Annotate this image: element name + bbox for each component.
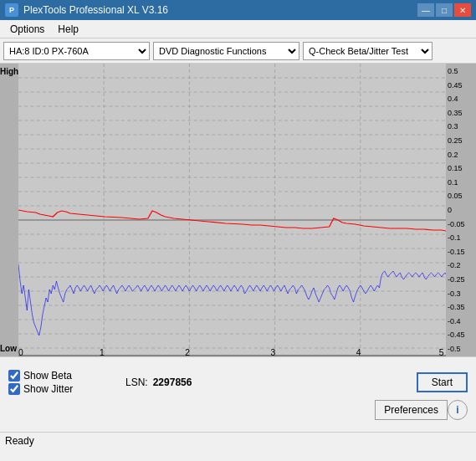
status-text: Ready [5, 435, 34, 447]
bottom-row: Show Beta Show Jitter LSN: 2297856 Start [8, 370, 468, 395]
svg-text:0: 0 [18, 348, 23, 356]
show-jitter-checkbox[interactable] [8, 383, 20, 395]
chart-low-label: Low [0, 344, 18, 353]
svg-text:1: 1 [100, 348, 105, 356]
maximize-button[interactable]: □ [436, 3, 453, 17]
svg-text:3: 3 [270, 348, 275, 356]
title-bar-left: P PlexTools Professional XL V3.16 [5, 3, 168, 17]
test-select[interactable]: Q-Check Beta/Jitter Test [303, 42, 432, 60]
bottom-panel: Show Beta Show Jitter LSN: 2297856 Start… [0, 356, 476, 432]
function-select[interactable]: DVD Diagnostic Functions [153, 42, 299, 60]
lsn-value: 2297856 [153, 376, 192, 388]
status-bar: Ready [0, 432, 476, 448]
show-beta-row: Show Beta [8, 370, 109, 382]
show-beta-label[interactable]: Show Beta [23, 370, 72, 382]
lsn-area: LSN: 2297856 [125, 376, 192, 388]
drive-select[interactable]: HA:8 ID:0 PX-760A [3, 42, 150, 60]
chart-left-axis: High Low [0, 64, 18, 356]
bottom-row-2: Preferences i [8, 400, 468, 420]
right-buttons: Start [417, 372, 468, 392]
title-bar: P PlexTools Professional XL V3.16 — □ ✕ [0, 0, 476, 20]
app-icon: P [5, 3, 18, 17]
svg-rect-0 [18, 64, 446, 356]
menu-bar: Options Help [0, 20, 476, 38]
lsn-label: LSN: [125, 376, 148, 388]
chart-svg: 0 1 2 3 4 5 [18, 64, 446, 356]
chart-high-label: High [0, 67, 18, 76]
chart-plot-area: 0 1 2 3 4 5 [18, 64, 446, 356]
preferences-button[interactable]: Preferences [375, 400, 448, 420]
svg-text:2: 2 [185, 348, 190, 356]
show-jitter-row: Show Jitter [8, 383, 109, 395]
toolbar: HA:8 ID:0 PX-760A DVD Diagnostic Functio… [0, 38, 476, 64]
info-button[interactable]: i [448, 400, 468, 420]
menu-help[interactable]: Help [51, 22, 85, 37]
chart-container: High Low [0, 64, 476, 356]
show-jitter-label[interactable]: Show Jitter [23, 383, 73, 395]
checkboxes-area: Show Beta Show Jitter [8, 370, 109, 395]
title-bar-controls: — □ ✕ [417, 3, 471, 17]
start-button[interactable]: Start [417, 372, 468, 392]
menu-options[interactable]: Options [3, 22, 51, 37]
svg-text:4: 4 [356, 348, 361, 356]
show-beta-checkbox[interactable] [8, 370, 20, 382]
minimize-button[interactable]: — [417, 3, 434, 17]
chart-right-axis: 0.5 0.45 0.4 0.35 0.3 0.25 0.2 0.15 0.1 … [446, 64, 476, 356]
window-title: PlexTools Professional XL V3.16 [23, 4, 168, 16]
close-button[interactable]: ✕ [454, 3, 471, 17]
svg-text:5: 5 [439, 348, 444, 356]
